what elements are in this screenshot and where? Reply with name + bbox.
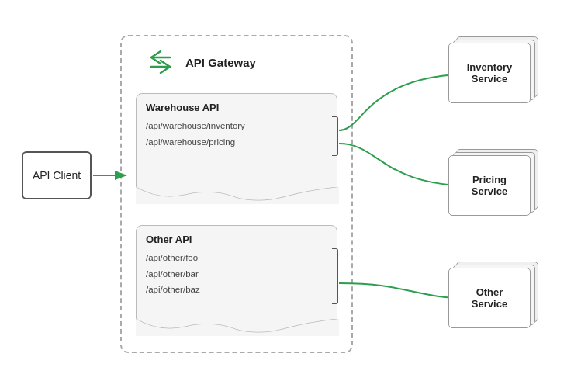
other-wave bbox=[136, 319, 339, 336]
warehouse-routes: /api/warehouse/inventory/api/warehouse/p… bbox=[137, 116, 337, 156]
other-api-title: Other API bbox=[137, 226, 337, 248]
other-service-label: OtherService bbox=[448, 268, 531, 328]
warehouse-api-title: Warehouse API bbox=[137, 94, 337, 116]
gateway-title: API Gateway bbox=[185, 56, 256, 69]
warehouse-api-panel: Warehouse API /api/warehouse/inventory/a… bbox=[136, 93, 337, 194]
api-client-box: API Client bbox=[22, 151, 92, 199]
inventory-service-label: InventoryService bbox=[448, 43, 531, 103]
other-service: OtherService bbox=[448, 268, 541, 338]
other-routes: /api/other/foo/api/other/bar/api/other/b… bbox=[137, 248, 337, 304]
gateway-header: API Gateway bbox=[144, 45, 256, 79]
other-route-list: /api/other/foo/api/other/bar/api/other/b… bbox=[146, 250, 323, 298]
warehouse-route-1: /api/warehouse/inventory/api/warehouse/p… bbox=[146, 118, 323, 150]
warehouse-wave bbox=[136, 187, 339, 204]
other-bracket bbox=[332, 248, 338, 304]
inventory-service: InventoryService bbox=[448, 43, 541, 113]
architecture-diagram: API Client API Gateway Warehouse API /ap… bbox=[0, 0, 588, 388]
other-api-panel: Other API /api/other/foo/api/other/bar/a… bbox=[136, 225, 337, 326]
warehouse-bracket bbox=[332, 116, 338, 156]
api-client-label: API Client bbox=[33, 169, 81, 182]
pricing-service-label: PricingService bbox=[448, 155, 531, 216]
gateway-icon bbox=[144, 45, 178, 79]
pricing-service: PricingService bbox=[448, 155, 541, 225]
